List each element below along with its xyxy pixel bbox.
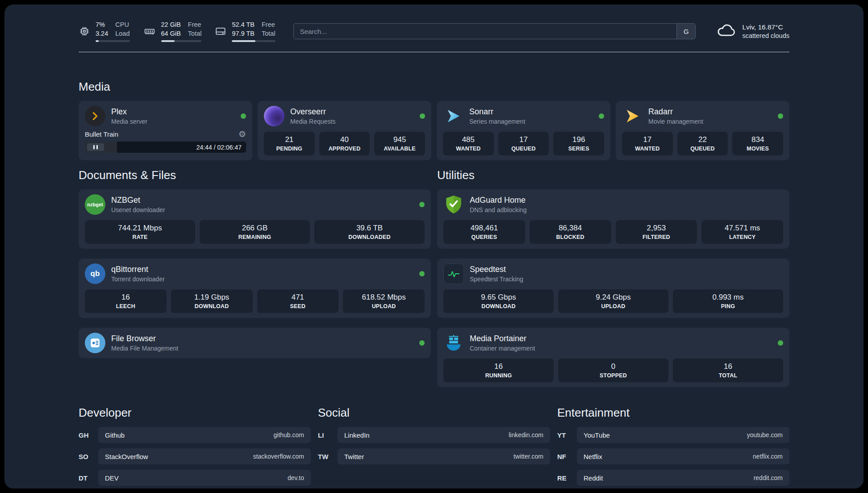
app-card-adguard[interactable]: AdGuard Home DNS and adblocking 498,461 … xyxy=(437,189,789,249)
app-card-overseerr[interactable]: Overseerr Media Requests 21 PENDING 40 A… xyxy=(258,101,431,160)
app-subtitle: Media Requests xyxy=(290,118,335,125)
cpu-load-value: 3.24 xyxy=(96,29,108,38)
app-card-nzbget[interactable]: nzbget NZBGet Usenet downloader 744.21 M… xyxy=(79,189,431,249)
cpu-label-top: CPU xyxy=(115,21,129,29)
section-entertainment: Entertainment YT YouTube youtube.com NF … xyxy=(557,406,789,489)
radarr-icon xyxy=(622,106,643,126)
stat-tile-seed: 471 SEED xyxy=(257,289,339,313)
section-developer: Developer GH Github github.com SO StackO… xyxy=(79,406,311,489)
bookmark-twitter: TW Twitter twitter.com xyxy=(318,448,550,464)
bookmark-link-github[interactable]: Github github.com xyxy=(98,427,311,443)
app-name: File Browser xyxy=(111,334,178,343)
bookmark-link-linkedin[interactable]: LinkedIn linkedin.com xyxy=(338,427,550,443)
status-dot xyxy=(419,271,425,276)
now-playing-title: Bullet Train xyxy=(85,130,118,138)
plex-icon xyxy=(85,106,105,126)
app-subtitle: Usenet downloader xyxy=(111,206,165,213)
stat-tile-stopped: 0 STOPPED xyxy=(558,359,668,382)
status-dot xyxy=(420,113,425,119)
ram-label-top: Free xyxy=(188,21,202,29)
stat-tile-wanted: 17 WANTED xyxy=(622,132,673,155)
search-input[interactable] xyxy=(293,23,696,39)
overseerr-icon xyxy=(264,106,284,126)
app-subtitle: Media server xyxy=(111,118,147,125)
app-card-qbittorrent[interactable]: qb qBittorrent Torrent downloader 16 LEE… xyxy=(79,259,431,318)
app-name: Sonarr xyxy=(469,107,525,117)
ram-widget: 22 GiB 64 GiB Free Total xyxy=(143,21,202,42)
app-subtitle: Container management xyxy=(470,345,535,352)
app-card-sonarr[interactable]: Sonarr Series management 485 WANTED 17 Q… xyxy=(437,101,610,160)
bookmark-abbr: GH xyxy=(79,431,98,439)
app-name: Overseerr xyxy=(290,107,335,117)
pause-button[interactable] xyxy=(87,143,104,151)
stat-tile-leech: 16 LEECH xyxy=(85,289,167,313)
ram-progress-fill xyxy=(161,40,175,42)
ram-free-value: 22 GiB xyxy=(161,21,181,29)
bookmark-github: GH Github github.com xyxy=(79,427,311,443)
portainer-icon xyxy=(443,333,464,353)
stat-tile-remaining: 266 GB REMAINING xyxy=(200,220,310,244)
bookmark-reddit: RE Reddit reddit.com xyxy=(557,470,789,486)
player-progress-bar[interactable]: 24:44 / 02:06:47 xyxy=(85,142,246,153)
cpu-progress-fill xyxy=(96,40,99,42)
adguard-icon xyxy=(443,194,464,215)
section-documents: Documents & Files nzbget NZBGet Usenet d… xyxy=(79,168,431,387)
weather-widget: Lviv, 16.87°C scattered clouds xyxy=(716,23,789,39)
stat-tile-series: 196 SERIES xyxy=(553,132,604,155)
ram-progress-bar xyxy=(161,40,202,42)
stat-tile-pending: 21 PENDING xyxy=(264,132,315,155)
bookmark-abbr: SO xyxy=(79,453,98,460)
disk-label-bottom: Total xyxy=(262,29,275,38)
app-card-radarr[interactable]: Radarr Movie management 17 WANTED 22 QUE… xyxy=(616,101,789,160)
stat-tile-upload: 9.24 Gbps UPLOAD xyxy=(558,289,668,313)
stat-tile-queries: 498,461 QUERIES xyxy=(443,220,525,244)
app-card-plex[interactable]: Plex Media server Bullet Train ⚙ xyxy=(79,101,252,160)
section-utilities: Utilities AdGuard Home xyxy=(437,168,789,387)
status-dot xyxy=(419,202,425,207)
media-player-widget: Bullet Train ⚙ 24:44 / 02:06:47 xyxy=(85,130,246,153)
section-title-media: Media xyxy=(79,80,789,94)
player-time: 24:44 / 02:06:47 xyxy=(196,144,246,151)
ram-label-bottom: Total xyxy=(188,29,202,38)
cpu-label-bottom: Load xyxy=(115,29,129,38)
bookmark-linkedin: LI LinkedIn linkedin.com xyxy=(318,427,550,443)
app-card-speedtest[interactable]: Speedtest Speedtest Tracking 9.65 Gbps D… xyxy=(437,259,789,318)
stat-tile-blocked: 86,384 BLOCKED xyxy=(530,220,611,244)
bookmark-link-stackoverflow[interactable]: StackOverflow stackoverflow.com xyxy=(98,448,311,464)
bookmark-stackoverflow: SO StackOverflow stackoverflow.com xyxy=(79,448,311,464)
disk-free-value: 52.4 TB xyxy=(232,21,255,29)
status-dot xyxy=(599,113,604,119)
stat-tile-movies: 834 MOVIES xyxy=(732,132,783,155)
filebrowser-icon xyxy=(85,333,105,353)
app-card-portainer[interactable]: Media Portainer Container management 16 … xyxy=(437,328,789,387)
cpu-progress-bar xyxy=(96,40,130,42)
dashboard: 7% 3.24 CPU Load xyxy=(4,4,864,489)
search-engine-button[interactable]: G xyxy=(676,24,695,39)
section-title-developer: Developer xyxy=(79,406,311,420)
bookmark-link-netflix[interactable]: Netflix netflix.com xyxy=(577,448,789,464)
bookmark-link-youtube[interactable]: YouTube youtube.com xyxy=(577,427,789,443)
weather-location: Lviv, 16.87°C xyxy=(742,23,789,31)
gear-icon[interactable]: ⚙ xyxy=(238,130,246,138)
app-name: NZBGet xyxy=(111,196,165,205)
bookmark-link-dev[interactable]: DEV dev.to xyxy=(98,470,311,486)
app-subtitle: DNS and adblocking xyxy=(470,206,527,213)
disk-progress-fill xyxy=(232,40,255,42)
bookmark-abbr: YT xyxy=(557,431,577,439)
ram-total-value: 64 GiB xyxy=(161,29,181,38)
stat-tile-wanted: 485 WANTED xyxy=(443,132,494,155)
topbar-divider xyxy=(79,52,789,52)
cloud-icon xyxy=(716,23,736,39)
bookmark-link-twitter[interactable]: Twitter twitter.com xyxy=(338,448,550,464)
app-name: Radarr xyxy=(648,107,703,117)
bookmark-netflix: NF Netflix netflix.com xyxy=(557,448,789,464)
bookmark-abbr: NF xyxy=(557,453,577,460)
app-subtitle: Speedtest Tracking xyxy=(470,276,523,283)
stat-tile-download: 1.19 Gbps DOWNLOAD xyxy=(171,289,253,313)
app-name: AdGuard Home xyxy=(470,196,527,205)
topbar: 7% 3.24 CPU Load xyxy=(79,21,789,42)
disk-total-value: 97.9 TB xyxy=(232,29,255,38)
app-card-filebrowser[interactable]: File Browser Media File Management xyxy=(79,328,431,358)
bookmark-link-reddit[interactable]: Reddit reddit.com xyxy=(577,470,789,486)
stat-tile-latency: 47.571 ms LATENCY xyxy=(701,220,783,244)
